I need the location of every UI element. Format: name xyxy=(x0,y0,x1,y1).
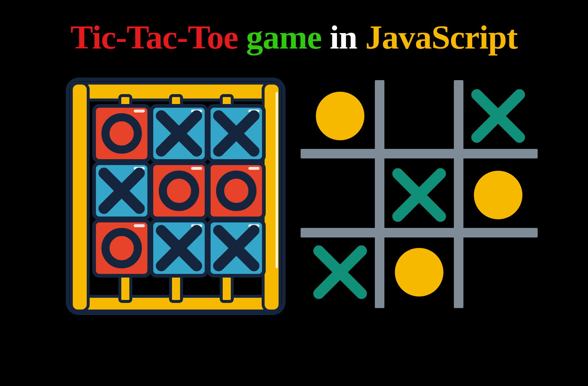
title-word-4: JavaScript xyxy=(365,18,517,56)
left-cell-2-1 xyxy=(151,221,207,276)
left-cell-1-2 xyxy=(209,163,264,218)
illustration-stage: Tic-Tac-Toe game in JavaScript xyxy=(43,0,545,329)
svg-rect-21 xyxy=(134,224,145,227)
right-cell-0-0 xyxy=(316,92,364,140)
framed-tictactoe-board xyxy=(65,77,286,316)
title-word-2: game xyxy=(246,18,322,56)
svg-rect-3 xyxy=(71,83,88,311)
right-cell-0-2 xyxy=(477,95,519,137)
svg-rect-17 xyxy=(191,167,202,170)
left-cell-0-0 xyxy=(94,106,149,161)
left-cell-1-1 xyxy=(151,163,207,218)
left-cell-0-1 xyxy=(151,106,207,161)
right-cell-2-0 xyxy=(319,251,361,294)
svg-rect-19 xyxy=(248,167,259,170)
right-cell-1-2 xyxy=(474,171,522,219)
svg-rect-9 xyxy=(134,110,145,112)
flat-tictactoe-board xyxy=(301,80,538,308)
right-cell-1-1 xyxy=(398,174,440,217)
left-cell-2-2 xyxy=(209,221,264,276)
title-word-1: Tic-Tac-Toe xyxy=(71,18,238,56)
svg-rect-26 xyxy=(276,92,278,268)
o-mark-icon xyxy=(316,92,364,140)
left-cell-1-0 xyxy=(94,163,149,218)
o-mark-icon xyxy=(474,171,522,219)
x-mark-icon xyxy=(477,95,519,137)
x-mark-icon xyxy=(398,174,440,217)
x-mark-icon xyxy=(319,251,361,294)
right-cell-2-1 xyxy=(395,248,443,297)
page-title: Tic-Tac-Toe game in JavaScript xyxy=(43,18,545,57)
left-cell-0-2 xyxy=(209,106,264,161)
o-mark-icon xyxy=(395,248,443,297)
title-word-3: in xyxy=(330,18,357,56)
left-cell-2-0 xyxy=(94,221,149,276)
